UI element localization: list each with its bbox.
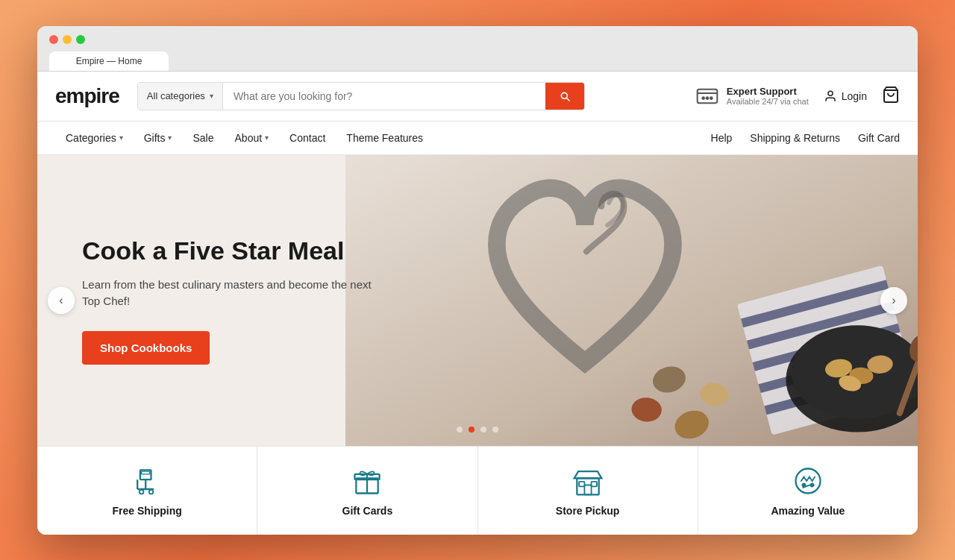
feature-gift-cards: Gift Cards xyxy=(257,447,478,535)
nav-item-theme-features[interactable]: Theme Features xyxy=(336,122,433,154)
nav-gift-card[interactable]: Gift Card xyxy=(858,132,900,144)
nav-item-contact[interactable]: Contact xyxy=(279,122,336,154)
user-icon xyxy=(824,89,837,103)
hero-dots xyxy=(457,427,498,432)
hero-next-button[interactable]: › xyxy=(880,287,907,314)
support-title: Expert Support xyxy=(727,86,809,97)
hero-content: Cook a Five Star Meal Learn from the bes… xyxy=(37,206,425,394)
nav-item-sale[interactable]: Sale xyxy=(182,122,224,154)
gift-icon xyxy=(351,465,383,497)
feature-storepickup-label: Store Pickup xyxy=(556,505,620,517)
shop-cookbooks-button[interactable]: Shop Cookbooks xyxy=(82,331,210,365)
svg-rect-37 xyxy=(584,485,591,494)
nav-help[interactable]: Help xyxy=(711,132,733,144)
svg-point-4 xyxy=(828,91,833,95)
cart-button[interactable] xyxy=(882,86,900,107)
svg-rect-0 xyxy=(698,89,718,103)
support-subtitle: Available 24/7 via chat xyxy=(727,97,809,106)
svg-point-41 xyxy=(803,483,806,486)
svg-rect-26 xyxy=(142,471,150,474)
logo[interactable]: empire xyxy=(55,84,119,108)
hero-section: Cook a Five Star Meal Learn from the bes… xyxy=(37,155,918,446)
browser-dots xyxy=(49,35,906,44)
header-right: Expert Support Available 24/7 via chat L… xyxy=(695,84,900,108)
hero-illustration xyxy=(345,155,918,446)
feature-amazing-value: Amazing Value xyxy=(698,447,918,535)
nav-item-categories[interactable]: Categories ▾ xyxy=(55,122,134,154)
feature-shipping-label: Free Shipping xyxy=(112,505,181,517)
hero-title: Cook a Five Star Meal xyxy=(82,236,381,266)
shipping-icon xyxy=(131,465,163,497)
nav-item-gifts[interactable]: Gifts ▾ xyxy=(134,122,183,154)
svg-point-29 xyxy=(140,489,144,494)
svg-point-3 xyxy=(710,97,713,99)
value-icon xyxy=(792,465,824,497)
nav-left: Categories ▾ Gifts ▾ Sale About ▾ Contac… xyxy=(55,122,433,154)
support-block: Expert Support Available 24/7 via chat xyxy=(695,84,809,108)
category-dropdown[interactable]: All categories ▾ xyxy=(138,83,223,110)
browser-window: Empire — Home empire All categories ▾ xyxy=(37,26,918,535)
search-input[interactable] xyxy=(223,83,545,110)
search-icon xyxy=(559,90,571,102)
browser-tab-bar: Empire — Home xyxy=(49,51,906,71)
svg-point-1 xyxy=(702,97,704,99)
site-header: empire All categories ▾ xyxy=(37,72,918,122)
svg-rect-38 xyxy=(579,481,584,485)
nav-item-about[interactable]: About ▾ xyxy=(225,122,280,154)
feature-giftcards-label: Gift Cards xyxy=(342,505,393,517)
svg-point-2 xyxy=(707,97,709,99)
feature-free-shipping: Free Shipping xyxy=(37,447,257,535)
dot-yellow[interactable] xyxy=(63,35,72,44)
nav-right: Help Shipping & Returns Gift Card xyxy=(711,132,900,144)
search-button[interactable] xyxy=(545,83,584,110)
site-nav: Categories ▾ Gifts ▾ Sale About ▾ Contac… xyxy=(37,122,918,155)
support-text: Expert Support Available 24/7 via chat xyxy=(727,86,809,106)
chevron-down-icon: ▾ xyxy=(119,133,123,142)
hero-prev-button[interactable]: ‹ xyxy=(48,287,75,314)
store-icon xyxy=(572,465,604,497)
svg-rect-39 xyxy=(591,481,596,485)
login-button[interactable]: Login xyxy=(824,89,867,103)
feature-value-label: Amazing Value xyxy=(771,505,845,517)
chevron-down-icon: ▾ xyxy=(265,133,269,142)
support-icon xyxy=(695,84,719,108)
cart-icon xyxy=(882,86,900,104)
dot-red[interactable] xyxy=(49,35,58,44)
hero-dot-3[interactable] xyxy=(480,427,486,432)
svg-point-30 xyxy=(149,489,154,494)
browser-chrome: Empire — Home xyxy=(37,26,918,72)
nav-shipping[interactable]: Shipping & Returns xyxy=(750,132,840,144)
browser-tab[interactable]: Empire — Home xyxy=(49,51,169,71)
chevron-down-icon: ▾ xyxy=(168,133,172,142)
hero-visual xyxy=(345,155,918,446)
hero-dot-2[interactable] xyxy=(469,427,475,432)
site-wrapper: empire All categories ▾ xyxy=(37,72,918,535)
chevron-down-icon: ▾ xyxy=(210,92,213,100)
search-container: All categories ▾ xyxy=(137,82,585,110)
hero-dot-1[interactable] xyxy=(457,427,463,432)
feature-store-pickup: Store Pickup xyxy=(478,447,698,535)
hero-subtitle: Learn from the best culinary masters and… xyxy=(82,277,381,310)
dot-green[interactable] xyxy=(76,35,85,44)
features-bar: Free Shipping Gift Cards xyxy=(37,446,918,535)
hero-dot-4[interactable] xyxy=(492,427,498,432)
svg-point-40 xyxy=(795,468,820,493)
